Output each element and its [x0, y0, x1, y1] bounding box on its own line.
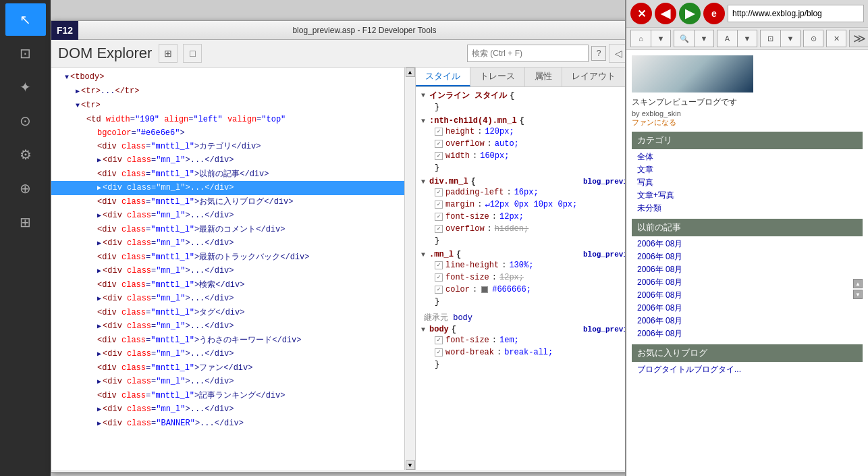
dom-line[interactable]: ▼<tbody> [51, 70, 415, 84]
dom-line-selected[interactable]: ▶<div class="mn_l">...</div> [51, 181, 415, 195]
home-button[interactable]: ⌂ [630, 30, 651, 47]
css-rule-checkbox[interactable] [435, 188, 443, 196]
dom-line[interactable]: <div class="mnttl_l">検索</div> [51, 278, 415, 292]
dom-line[interactable]: <div class="mnttl_l">カテゴリ</div> [51, 140, 415, 153]
expand-triangle[interactable]: ▶ [97, 157, 101, 164]
dom-line[interactable]: <div class="mnttl_l">最新のコメント</div> [51, 223, 415, 236]
sidebar-icon-network[interactable]: ✦ [5, 71, 46, 103]
css-rule-checkbox[interactable] [435, 348, 443, 356]
dom-line[interactable]: <div class="mnttl_l">お気に入りブログ</div> [51, 195, 415, 209]
expand-triangle[interactable]: ▶ [97, 267, 101, 275]
category-link-textphoto[interactable]: 文章+写真 [632, 189, 863, 202]
expand-triangle[interactable]: ▶ [97, 212, 101, 219]
sidebar-icon-screen[interactable]: ⊞ [5, 206, 46, 238]
dom-line[interactable]: ▶<div class="BANNER">...</div> [51, 417, 415, 431]
sidebar-icon-wifi[interactable]: ⊙ [5, 105, 46, 137]
help-button[interactable]: ? [591, 46, 606, 61]
font-button[interactable]: A [717, 30, 737, 47]
pin-icon[interactable]: ⊞ [159, 44, 178, 63]
category-link-misc[interactable]: 未分類 [632, 202, 863, 215]
category-link-text[interactable]: 文章 [632, 163, 863, 176]
sidebar-icon-cursor[interactable]: ↖ [5, 3, 46, 36]
expand-triangle[interactable]: ▶ [97, 420, 101, 427]
article-link[interactable]: 2006年 08月 [637, 327, 857, 340]
article-scroll-down[interactable]: ▼ [853, 290, 863, 299]
expand-triangle[interactable]: ▶ [76, 88, 80, 95]
expand-triangle[interactable]: ▼ [421, 251, 425, 259]
article-link[interactable]: 2006年 08月 [637, 238, 857, 250]
expand-triangle[interactable]: ▶ [97, 240, 101, 247]
dom-line[interactable]: ▶<div class="mn_l">...</div> [51, 402, 415, 417]
tab-layout[interactable]: レイアウト [562, 68, 626, 86]
css-rule-checkbox[interactable] [435, 261, 443, 269]
dom-line[interactable]: <div class="mnttl_l">記事ランキング</div> [51, 389, 415, 402]
fav-blog-link[interactable]: ブログタイトルブログタイ... [632, 363, 863, 376]
css-rule-checkbox[interactable] [435, 336, 443, 344]
sidebar-icon-camera[interactable]: ⊕ [5, 172, 46, 205]
article-link[interactable]: 2006年 08月 [637, 289, 857, 302]
dom-line[interactable]: ▶<div class="mn_l">...</div> [51, 319, 415, 334]
zoom-dropdown[interactable]: ▼ [694, 30, 714, 47]
browser-content[interactable]: スキンプレビューブログです by exblog_skin ファンになる カテゴリ… [626, 50, 868, 476]
search-input[interactable] [467, 45, 589, 62]
dom-tree[interactable]: ▼<tbody> ▶<tr>...</tr> ▼<tr> <td width="… [51, 68, 415, 470]
dom-line[interactable]: ▶<div class="mn_l">...</div> [51, 347, 415, 361]
scroll-down-arrow[interactable]: ▼ [406, 460, 415, 470]
compat-button[interactable]: ⊙ [803, 30, 823, 47]
expand-triangle[interactable]: ▼ [421, 178, 425, 186]
dom-line[interactable]: ▶<div class="mn_l">...</div> [51, 153, 415, 167]
css-rule-checkbox[interactable] [435, 273, 443, 282]
zoom-button[interactable]: 🔍 [674, 30, 694, 47]
css-rule-checkbox[interactable] [435, 201, 443, 209]
blog-fan-link[interactable]: ファンになる [632, 117, 863, 128]
css-rule-checkbox[interactable] [435, 152, 443, 160]
article-link[interactable]: 2006年 08月 [637, 263, 857, 276]
expand-triangle[interactable]: ▶ [97, 406, 101, 413]
dom-line[interactable]: <td width="190" align="left" valign="top… [51, 113, 415, 126]
css-rule-checkbox[interactable] [435, 213, 443, 221]
dom-line[interactable]: <div class="mnttl_l">うわさのキーワード</div> [51, 334, 415, 347]
tab-attr[interactable]: 属性 [525, 68, 562, 86]
expand-triangle[interactable]: ▼ [76, 102, 80, 109]
expand-triangle[interactable]: ▶ [97, 350, 101, 358]
dom-line[interactable]: bgcolor="#e6e6e6"> [51, 126, 415, 140]
feed-button[interactable]: ⊡ [760, 30, 780, 47]
dom-line[interactable]: ▶<div class="mn_l">...</div> [51, 236, 415, 250]
dom-line[interactable]: ▶<div class="mn_l">...</div> [51, 375, 415, 389]
dom-line[interactable]: <div class="mnttl_l">ファン</div> [51, 361, 415, 375]
article-link[interactable]: 2006年 08月 [637, 276, 857, 289]
sidebar-icon-settings[interactable]: ⚙ [5, 138, 46, 171]
dom-line[interactable]: <div class="mnttl_l">タグ</div> [51, 306, 415, 319]
dom-line[interactable]: ▶<div class="mn_l">...</div> [51, 209, 415, 223]
browser-back-btn[interactable]: ◀ [655, 3, 676, 24]
css-rule-checkbox[interactable] [435, 225, 443, 233]
article-link[interactable]: 2006年 08月 [637, 302, 857, 315]
inherit-body-link[interactable]: body [453, 313, 472, 323]
tab-style[interactable]: スタイル [416, 68, 470, 86]
expand-triangle[interactable]: ▶ [97, 323, 101, 330]
article-scroll-up[interactable]: ▲ [853, 279, 863, 288]
css-rule-checkbox[interactable] [435, 140, 443, 148]
dock-icon[interactable]: □ [183, 44, 202, 63]
tab-trace[interactable]: トレース [470, 68, 525, 86]
font-dropdown[interactable]: ▼ [737, 30, 757, 47]
scroll-up-arrow[interactable]: ▲ [406, 68, 415, 77]
category-link-all[interactable]: 全体 [632, 151, 863, 163]
expand-triangle[interactable]: ▼ [421, 326, 425, 334]
dom-line[interactable]: ▶<div class="mn_l">...</div> [51, 264, 415, 278]
url-bar[interactable] [728, 5, 864, 22]
sidebar-icon-element[interactable]: ⊡ [5, 37, 46, 70]
feed-dropdown[interactable]: ▼ [780, 30, 801, 47]
css-rule-checkbox[interactable] [435, 286, 443, 294]
css-rule-checkbox[interactable] [435, 128, 443, 136]
expand-triangle[interactable]: ▶ [97, 378, 101, 386]
dom-line[interactable]: ▶<div class="mn_l">...</div> [51, 292, 415, 306]
expand-triangle[interactable]: ▶ [97, 184, 101, 192]
expand-triangle[interactable]: ▼ [65, 74, 69, 81]
category-link-photo[interactable]: 写真 [632, 176, 863, 189]
scroll-right-btn[interactable]: ≫ [849, 30, 868, 47]
expand-triangle[interactable]: ▼ [421, 117, 425, 125]
dom-line[interactable]: ▼<tr> [51, 99, 415, 113]
expand-triangle[interactable]: ▼ [421, 92, 425, 99]
dom-line[interactable]: <div class="mnttl_l">以前の記事</div> [51, 167, 415, 181]
